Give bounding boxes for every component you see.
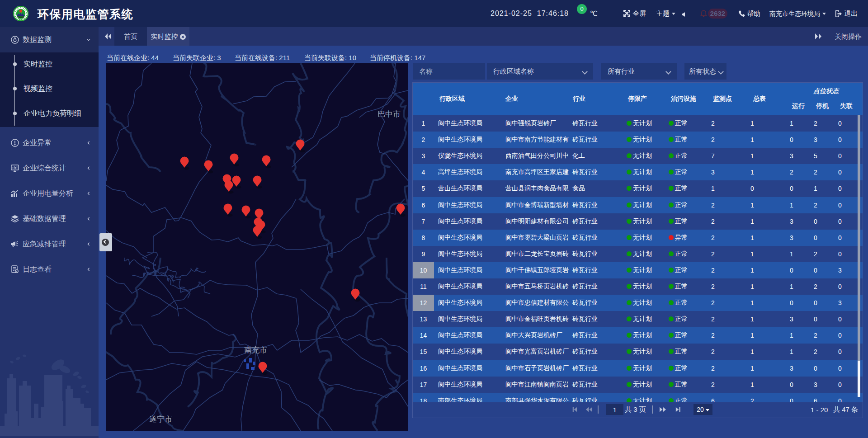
svg-text:遂宁市: 遂宁市 [149, 415, 172, 424]
svg-text:南充市: 南充市 [244, 346, 267, 354]
svg-text:巴中市: 巴中市 [377, 110, 401, 118]
